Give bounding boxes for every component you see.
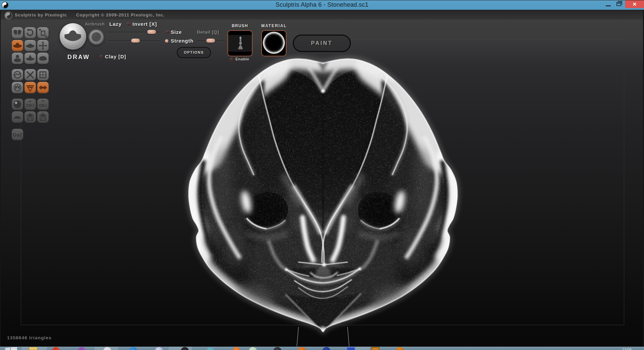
svg-text:OBJ: OBJ bbox=[26, 103, 34, 107]
svg-text:OBJ: OBJ bbox=[39, 103, 47, 107]
svg-text:GoZ: GoZ bbox=[13, 132, 22, 138]
